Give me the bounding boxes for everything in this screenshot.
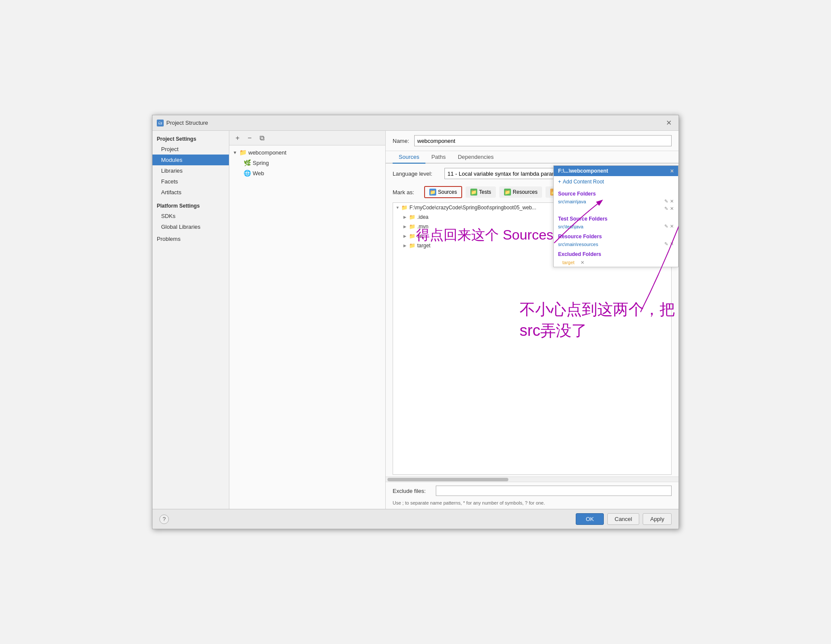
tabs-row: Sources Paths Dependencies bbox=[386, 151, 679, 164]
resources-folder-icon: 📁 bbox=[504, 189, 511, 196]
source-folder-actions-1: ✎ ✕ bbox=[664, 199, 674, 204]
tree-label-webcomponent: webcomponent bbox=[248, 149, 286, 156]
sidebar: Project Settings Project Modules Librari… bbox=[152, 131, 229, 509]
tree-label-web: Web bbox=[253, 170, 264, 177]
exclude-files-input[interactable] bbox=[436, 486, 672, 496]
tree-label-spring: Spring bbox=[253, 160, 269, 166]
sources-folder-icon: 📁 bbox=[429, 189, 436, 196]
sidebar-item-facets[interactable]: Facets bbox=[152, 176, 229, 187]
remove-resource-icon[interactable]: ✕ bbox=[670, 241, 674, 247]
copy-module-button[interactable]: ⧉ bbox=[257, 133, 266, 143]
ftree-root-label: F:\myCode\crazyCode\SpringBoot\springboo… bbox=[409, 205, 536, 211]
idea-folder-icon: 📁 bbox=[409, 214, 416, 221]
tree-item-web[interactable]: 🌐 Web bbox=[229, 168, 385, 178]
edit-source-folder-icon[interactable]: ✎ bbox=[664, 199, 668, 204]
ok-button[interactable]: OK bbox=[576, 513, 604, 525]
remove-module-button[interactable]: − bbox=[245, 133, 254, 143]
name-label: Name: bbox=[393, 138, 410, 144]
module-tree-area: ▼ 📁 webcomponent 🌿 Spring 🌐 Web bbox=[229, 145, 385, 509]
source-folder-item-1: src\main\java ✎ ✕ bbox=[554, 198, 678, 205]
root-folder-icon: 📁 bbox=[401, 204, 408, 211]
mark-as-tests-button[interactable]: 📁 Tests bbox=[466, 186, 496, 198]
test-source-folder-item: src\test\java ✎ ✕ bbox=[554, 223, 678, 230]
edit-test-source-icon[interactable]: ✎ bbox=[664, 224, 668, 229]
sidebar-item-project[interactable]: Project bbox=[152, 144, 229, 155]
help-button[interactable]: ? bbox=[159, 515, 169, 524]
sidebar-item-sdks[interactable]: SDKs bbox=[152, 211, 229, 221]
resource-folders-title: Resource Folders bbox=[554, 230, 678, 240]
module-tree-panel: + − ⧉ ▼ 📁 webcomponent 🌿 Spring 🌐 Web bbox=[229, 131, 386, 509]
sidebar-item-libraries[interactable]: Libraries bbox=[152, 165, 229, 176]
sources-button-label: Sources bbox=[438, 189, 457, 195]
ftree-src-label: src bbox=[417, 233, 424, 239]
tab-paths[interactable]: Paths bbox=[425, 151, 452, 164]
scrollbar-thumb bbox=[387, 478, 508, 481]
mark-as-sources-button[interactable]: 📁 Sources bbox=[424, 186, 462, 198]
sidebar-item-global-libraries[interactable]: Global Libraries bbox=[152, 221, 229, 232]
target-folder-icon: 📁 bbox=[409, 242, 416, 249]
source-folder-item-2: ✎ ✕ bbox=[554, 205, 678, 212]
test-source-folders-title: Test Source Folders bbox=[554, 212, 678, 223]
language-level-label: Language level: bbox=[393, 170, 440, 177]
bottom-bar: ? OK Cancel Apply bbox=[152, 509, 679, 529]
spring-icon: 🌿 bbox=[243, 159, 251, 167]
right-panel-title: F:\...\webcomponent bbox=[558, 168, 608, 174]
resource-folder-item: src\main\resources ✎ ✕ bbox=[554, 240, 678, 248]
apply-button[interactable]: Apply bbox=[643, 513, 672, 525]
source-folders-title: Source Folders bbox=[554, 187, 678, 198]
test-source-folder-path: src\test\java bbox=[558, 224, 663, 229]
ftree-target-label: target bbox=[417, 243, 431, 249]
sidebar-item-artifacts[interactable]: Artifacts bbox=[152, 187, 229, 198]
excluded-folder-actions: ✕ bbox=[580, 260, 584, 265]
resource-folder-actions: ✎ ✕ bbox=[664, 241, 674, 247]
tree-item-webcomponent[interactable]: ▼ 📁 webcomponent bbox=[229, 147, 385, 158]
right-panel-header: F:\...\webcomponent × bbox=[554, 166, 678, 176]
excluded-folder-item: target ✕ bbox=[554, 258, 678, 267]
name-input[interactable] bbox=[414, 135, 672, 146]
add-module-button[interactable]: + bbox=[233, 133, 242, 143]
name-row: Name: bbox=[386, 131, 679, 151]
remove-source-folder-2-icon[interactable]: ✕ bbox=[670, 206, 674, 212]
edit-resource-icon[interactable]: ✎ bbox=[664, 241, 668, 247]
close-button[interactable]: ✕ bbox=[663, 118, 674, 128]
remove-test-source-icon[interactable]: ✕ bbox=[670, 224, 674, 229]
remove-excluded-icon[interactable]: ✕ bbox=[580, 260, 584, 265]
edit-source-folder-2-icon[interactable]: ✎ bbox=[664, 206, 668, 212]
ftree-root-arrow: ▼ bbox=[396, 205, 401, 210]
sidebar-item-problems[interactable]: Problems bbox=[152, 232, 229, 244]
resource-folder-path: src\main\resources bbox=[558, 242, 663, 247]
tests-button-label: Tests bbox=[479, 189, 491, 195]
excluded-folder-path: target bbox=[558, 259, 579, 266]
exclude-files-label: Exclude files: bbox=[393, 488, 431, 494]
exclude-hint-text: Use ; to separate name patterns, * for a… bbox=[386, 499, 679, 509]
cancel-button[interactable]: Cancel bbox=[607, 513, 639, 525]
add-content-root-button[interactable]: + Add Content Root bbox=[554, 176, 678, 187]
dialog-icon: 🗂 bbox=[157, 120, 164, 126]
project-settings-title: Project Settings bbox=[152, 133, 229, 144]
mvn-arrow: ▶ bbox=[403, 224, 409, 229]
horizontal-scrollbar[interactable] bbox=[386, 477, 679, 482]
web-icon: 🌐 bbox=[243, 169, 251, 177]
right-content-panel: Name: Sources Paths Dependencies Languag… bbox=[386, 131, 679, 509]
tests-folder-icon: 📁 bbox=[470, 189, 477, 196]
mark-as-resources-button[interactable]: 📁 Resources bbox=[499, 186, 542, 198]
sidebar-item-modules[interactable]: Modules bbox=[152, 155, 229, 165]
src-arrow: ▶ bbox=[403, 234, 409, 238]
folder-icon: 📁 bbox=[239, 148, 247, 156]
title-bar: 🗂 Project Structure ✕ bbox=[152, 115, 679, 131]
target-arrow: ▶ bbox=[403, 243, 409, 248]
dialog-body: Project Settings Project Modules Librari… bbox=[152, 131, 679, 509]
right-panel-close[interactable]: × bbox=[670, 167, 674, 174]
tab-dependencies[interactable]: Dependencies bbox=[452, 151, 500, 164]
remove-source-folder-icon[interactable]: ✕ bbox=[670, 199, 674, 204]
mvn-folder-icon: 📁 bbox=[409, 223, 416, 230]
plus-icon: + bbox=[558, 179, 561, 185]
tab-sources[interactable]: Sources bbox=[393, 151, 425, 164]
ftree-mvn-label: .mvn bbox=[417, 224, 428, 230]
idea-arrow: ▶ bbox=[403, 215, 409, 219]
tree-item-spring[interactable]: 🌿 Spring bbox=[229, 158, 385, 168]
ftree-idea-label: .idea bbox=[417, 214, 428, 220]
project-structure-dialog: 🗂 Project Structure ✕ Project Settings P… bbox=[152, 115, 679, 529]
src-folder-icon: 📁 bbox=[409, 233, 416, 240]
tree-arrow-webcomponent: ▼ bbox=[233, 150, 239, 155]
